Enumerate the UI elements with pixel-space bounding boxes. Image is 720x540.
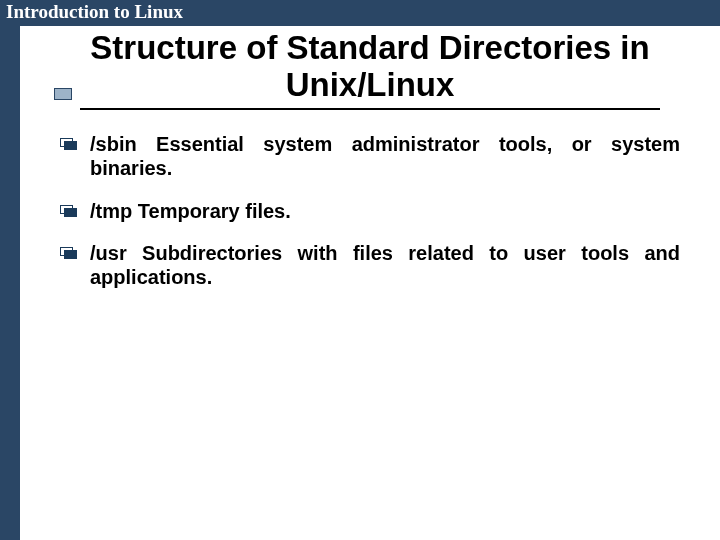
- left-stripe: [0, 0, 20, 540]
- slide: Introduction to Linux Structure of Stand…: [0, 0, 720, 540]
- bullet-icon: [60, 247, 78, 261]
- content-area: Structure of Standard Directories in Uni…: [20, 26, 720, 540]
- list-item: /sbin Essential system administrator too…: [60, 132, 680, 181]
- list-item: /tmp Temporary files.: [60, 199, 680, 223]
- list-item-text: /tmp Temporary files.: [90, 199, 680, 223]
- bullet-icon: [60, 138, 78, 152]
- list-item: /usr Subdirectories with files related t…: [60, 241, 680, 290]
- slide-title: Structure of Standard Directories in Uni…: [40, 30, 700, 106]
- body-list: /sbin Essential system administrator too…: [60, 132, 680, 290]
- list-item-text: /sbin Essential system administrator too…: [90, 132, 680, 181]
- bullet-icon: [60, 205, 78, 219]
- title-bullet-icon: [40, 86, 86, 100]
- title-block: Structure of Standard Directories in Uni…: [40, 30, 700, 110]
- course-title: Introduction to Linux: [6, 1, 183, 22]
- header-bar: Introduction to Linux: [0, 0, 720, 26]
- list-item-text: /usr Subdirectories with files related t…: [90, 241, 680, 290]
- title-underline: [80, 108, 660, 110]
